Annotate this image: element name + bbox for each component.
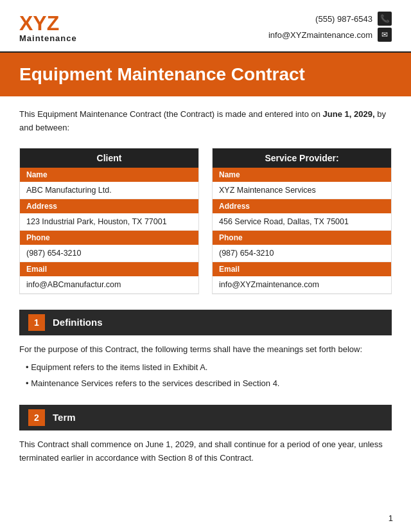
section-2-text: This Contract shall commence on June 1, … [19, 438, 392, 465]
section-2-header: 2 Term [19, 405, 392, 430]
provider-email-value: info@XYZmaintenance.com [213, 276, 391, 294]
email-row: info@XYZmaintenance.com ✉ [268, 28, 392, 42]
provider-name-label: Name [213, 168, 391, 182]
provider-email-label: Email [213, 262, 391, 276]
title-bar: Equipment Maintenance Contract [0, 53, 411, 96]
phone-icon: 📞 [378, 12, 392, 26]
section-1-header: 1 Definitions [19, 310, 392, 335]
page-number: 1 [389, 513, 393, 523]
client-column: Client Name ABC Manufacturing Ltd. Addre… [19, 148, 199, 294]
client-name-label: Name [20, 168, 198, 182]
intro-text: This Equipment Maintenance Contract (the… [0, 96, 411, 141]
provider-name-value: XYZ Maintenance Services [213, 182, 391, 199]
provider-header: Service Provider: [213, 148, 391, 168]
logo-sub: Maintenance [19, 33, 77, 43]
section-2-title: Term [53, 412, 76, 423]
provider-phone-value: (987) 654-3210 [213, 245, 391, 262]
provider-column: Service Provider: Name XYZ Maintenance S… [212, 148, 392, 294]
client-address-label: Address [20, 199, 198, 213]
section-1-title: Definitions [53, 317, 103, 328]
section-2-body: This Contract shall commence on June 1, … [0, 430, 411, 470]
client-phone-label: Phone [20, 231, 198, 245]
client-phone-value: (987) 654-3210 [20, 245, 198, 262]
intro-line1: This Equipment Maintenance Contract (the… [19, 109, 386, 132]
section-1-text: For the purpose of this Contract, the fo… [19, 343, 392, 357]
contract-date: June 1, 2029, [323, 109, 375, 119]
document-title: Equipment Maintenance Contract [19, 64, 392, 85]
phone-row: (555) 987-6543 📞 [268, 12, 392, 26]
provider-address-label: Address [213, 199, 391, 213]
section-1-list: Equipment refers to the items listed in … [19, 361, 392, 391]
provider-address-value: 456 Service Road, Dallas, TX 75001 [213, 213, 391, 231]
client-address-value: 123 Industrial Park, Houston, TX 77001 [20, 213, 198, 231]
header: XYZ Maintenance (555) 987-6543 📞 info@XY… [0, 0, 411, 53]
client-email-value: info@ABCmanufactur.com [20, 276, 198, 294]
email-text: info@XYZmaintenance.com [268, 30, 372, 40]
document-page: XYZ Maintenance (555) 987-6543 📞 info@XY… [0, 0, 411, 532]
parties-section: Client Name ABC Manufacturing Ltd. Addre… [0, 141, 411, 303]
email-icon: ✉ [378, 28, 392, 42]
section-1-num: 1 [28, 314, 45, 331]
provider-phone-label: Phone [213, 231, 391, 245]
section-2-num: 2 [28, 409, 45, 426]
logo-xyz: XYZ [19, 13, 77, 33]
logo-area: XYZ Maintenance [19, 13, 77, 43]
client-header: Client [20, 148, 198, 168]
section-1-body: For the purpose of this Contract, the fo… [0, 335, 411, 398]
list-item: Maintenance Services refers to the servi… [26, 377, 392, 391]
phone-text: (555) 987-6543 [315, 14, 372, 24]
list-item: Equipment refers to the items listed in … [26, 361, 392, 375]
client-name-value: ABC Manufacturing Ltd. [20, 182, 198, 199]
client-email-label: Email [20, 262, 198, 276]
contact-area: (555) 987-6543 📞 info@XYZmaintenance.com… [268, 12, 392, 44]
